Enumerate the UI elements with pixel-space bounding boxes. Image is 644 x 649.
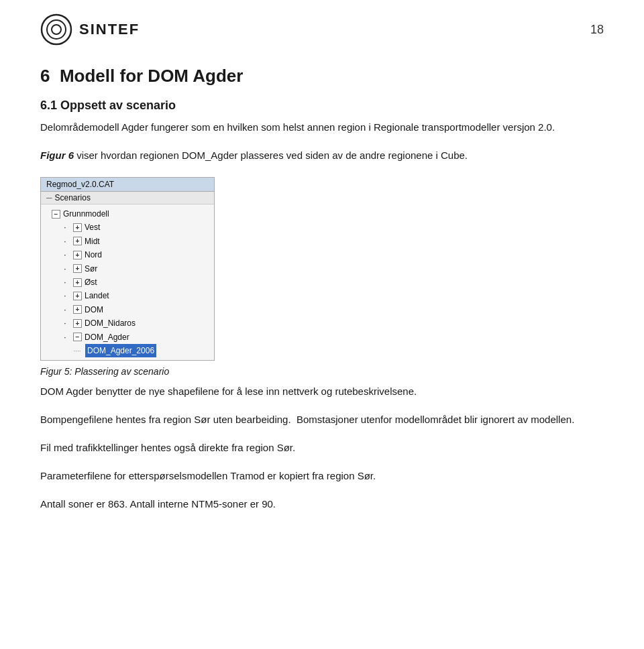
tree-label-nord: Nord bbox=[85, 248, 102, 261]
description-text-1: DOM Agder benytter de nye shapefilene fo… bbox=[40, 386, 417, 397]
tree-expand-grunnmodell: − bbox=[52, 210, 60, 219]
section-number: 6.1 bbox=[40, 99, 57, 112]
description-text-4: Fil med trafikktellinger hentes også dir… bbox=[40, 442, 295, 453]
tree-dot-sor: · bbox=[60, 262, 70, 276]
tree-label-dom: DOM bbox=[85, 303, 103, 316]
tree-item-nord: · + Nord bbox=[45, 248, 210, 261]
description-text-3: Bomstasjoner utenfor modellområdet blir … bbox=[297, 414, 574, 425]
sintef-logo-icon bbox=[40, 13, 72, 46]
tree-expand-dom-agder: − bbox=[73, 333, 82, 341]
description-text-5: Parameterfilene for etterspørselsmodelle… bbox=[40, 470, 376, 481]
tree-item-dom-agder-2006: ···· DOM_Agder_2006 bbox=[45, 344, 210, 357]
tree-item-vest: · + Vest bbox=[45, 221, 210, 234]
description-paragraph-1: DOM Agder benytter de nye shapefilene fo… bbox=[40, 384, 604, 400]
tree-expand-nord: + bbox=[73, 251, 82, 259]
tree-item-ost: · + Øst bbox=[45, 276, 210, 289]
tree-label-dom-agder: DOM_Agder bbox=[85, 331, 129, 344]
description-paragraph-2: Bompengefilene hentes fra region Sør ute… bbox=[40, 412, 604, 428]
svg-point-0 bbox=[42, 15, 71, 44]
tree-label-landet: Landet bbox=[85, 289, 109, 302]
tree-item-dom-agder: · − DOM_Agder bbox=[45, 331, 210, 344]
sintef-logo-text: SINTEF bbox=[79, 21, 140, 38]
figure-title-bar: Regmod_v2.0.CAT bbox=[41, 178, 214, 192]
tree-label-ost: Øst bbox=[85, 276, 97, 289]
tree-expand-sor: + bbox=[73, 264, 82, 273]
tree-expand-landet: + bbox=[73, 292, 82, 300]
tree-dot-dom-agder-2006: ···· bbox=[72, 345, 83, 357]
figure-ref-paragraph: Figur 6 viser hvordan regionen DOM_Agder… bbox=[40, 148, 604, 164]
tree-expand-midt: + bbox=[73, 237, 82, 245]
tree-label-midt: Midt bbox=[85, 235, 100, 248]
figure-section-label: Scenarios bbox=[55, 193, 91, 202]
tree-label-vest: Vest bbox=[85, 221, 100, 234]
description-paragraph-5: Parameterfilene for etterspørselsmodelle… bbox=[40, 468, 604, 484]
tree-item-dom: · + DOM bbox=[45, 303, 210, 316]
tree-dot-midt: · bbox=[60, 235, 70, 248]
intro-text: Delområdemodell Agder fungerer som en hv… bbox=[40, 121, 555, 133]
tree-expand-vest: + bbox=[73, 223, 82, 232]
logo-area: SINTEF bbox=[40, 13, 140, 46]
tree-label-dom-nidaros: DOM_Nidaros bbox=[85, 316, 136, 330]
tree-expand-ost: + bbox=[73, 278, 82, 287]
figure-tree: − Grunnmodell · + Vest · + Midt · bbox=[41, 204, 214, 360]
tree-item-landet: · + Landet bbox=[45, 289, 210, 302]
figure-ref-text: viser hvordan regionen DOM_Agder plasser… bbox=[76, 150, 468, 161]
tree-dot-vest: · bbox=[60, 221, 70, 234]
tree-item-sor: · + Sør bbox=[45, 262, 210, 276]
tree-label-dom-agder-2006: DOM_Agder_2006 bbox=[85, 344, 156, 357]
figure-caption: Figur 5: Plassering av scenario bbox=[40, 366, 169, 377]
tree-expand-dom: + bbox=[73, 305, 82, 314]
chapter-title: Modell for DOM Agder bbox=[60, 66, 243, 86]
description-paragraph-6: Antall soner er 863. Antall interne NTM5… bbox=[40, 496, 604, 512]
tree-dot-dom-nidaros: · bbox=[60, 316, 70, 330]
page-number: 18 bbox=[590, 23, 604, 37]
description-text-6: Antall soner er 863. Antall interne NTM5… bbox=[40, 498, 276, 510]
tree-dot-ost: · bbox=[60, 276, 70, 289]
chapter-heading: 6 Modell for DOM Agder bbox=[40, 66, 604, 86]
section-title: Oppsett av scenario bbox=[60, 99, 176, 112]
figure-ref-bold: Figur 6 bbox=[40, 150, 74, 161]
description-text-2: Bompengefilene hentes fra region Sør ute… bbox=[40, 414, 291, 425]
intro-paragraph: Delområdemodell Agder fungerer som en hv… bbox=[40, 119, 604, 135]
tree-item-grunnmodell: − Grunnmodell bbox=[45, 207, 210, 221]
tree-item-dom-nidaros: · + DOM_Nidaros bbox=[45, 316, 210, 330]
tree-label-grunnmodell: Grunnmodell bbox=[63, 207, 109, 221]
chapter-number: 6 bbox=[40, 66, 50, 86]
tree-dot-dom: · bbox=[60, 303, 70, 316]
figure-container: Regmod_v2.0.CAT ─Scenarios − Grunnmodell… bbox=[40, 177, 604, 377]
tree-dot-landet: · bbox=[60, 289, 70, 302]
figure-box: Regmod_v2.0.CAT ─Scenarios − Grunnmodell… bbox=[40, 177, 215, 361]
description-paragraph-4: Fil med trafikktellinger hentes også dir… bbox=[40, 440, 604, 456]
tree-expand-dom-nidaros: + bbox=[73, 319, 82, 328]
section-heading: 6.1 Oppsett av scenario bbox=[40, 99, 604, 113]
tree-dot-nord: · bbox=[60, 248, 70, 261]
svg-point-2 bbox=[52, 25, 61, 34]
tree-item-midt: · + Midt bbox=[45, 235, 210, 248]
tree-dot-dom-agder: · bbox=[60, 331, 70, 344]
header: SINTEF 18 bbox=[40, 13, 604, 46]
figure-section-bar: ─Scenarios bbox=[41, 192, 214, 204]
page: SINTEF 18 6 Modell for DOM Agder 6.1 Opp… bbox=[0, 0, 644, 649]
svg-point-1 bbox=[47, 20, 66, 39]
tree-label-sor: Sør bbox=[85, 262, 97, 276]
